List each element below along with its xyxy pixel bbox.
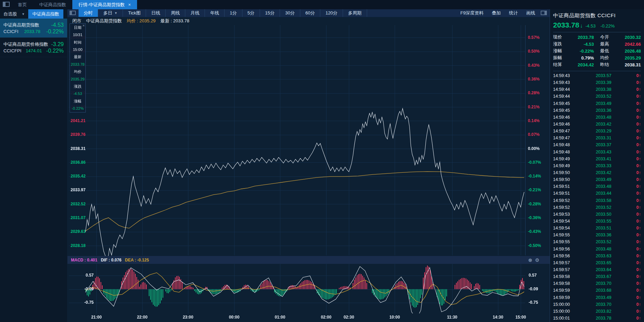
sidebar-toggle-icon[interactable] xyxy=(3,2,10,7)
tick-row[interactable]: 14:59:502033.420↑ xyxy=(553,169,641,176)
tick-row[interactable]: 14:59:452033.490↑ xyxy=(553,100,641,107)
panel-toggle-left-icon[interactable] xyxy=(70,11,76,15)
tick-list[interactable]: 14:59:432033.570↑14:59:432033.390↑14:59:… xyxy=(553,72,641,322)
tick-row[interactable]: 14:59:522033.520↑ xyxy=(553,204,641,211)
tick-row[interactable]: 14:59:512033.440↑ xyxy=(553,190,641,197)
up-arrow-icon: ↑ xyxy=(639,309,641,314)
tick-row[interactable]: 14:59:452033.360↑ xyxy=(553,107,641,114)
up-arrow-icon: ↑ xyxy=(639,87,641,92)
tick-row[interactable]: 14:59:562033.480↑ xyxy=(553,246,641,253)
tick-time: 14:59:57 xyxy=(553,260,576,265)
macd-axis-label-right: 0.57 xyxy=(529,273,537,278)
pct-axis-label-right: 0.28% xyxy=(528,90,540,95)
toolbar-button-5分[interactable]: 5分 xyxy=(242,9,260,17)
toolbar-button-30分[interactable]: 30分 xyxy=(280,9,300,17)
up-arrow-icon: ↑ xyxy=(639,108,641,113)
toolbar-button-F9深度资料[interactable]: F9深度资料 xyxy=(456,9,488,17)
panel-toggle-right-icon[interactable] xyxy=(541,11,547,15)
watchlist-dropdown-label: 自选股 xyxy=(3,11,17,17)
tick-row[interactable]: 14:59:482033.430↑ xyxy=(553,149,641,155)
toolbar-button-15分[interactable]: 15分 xyxy=(260,9,280,17)
toolbar-button-画线[interactable]: 画线 xyxy=(522,9,539,17)
toolbar-button-多周期[interactable]: 多周期 xyxy=(343,9,367,17)
tab-close-icon[interactable]: × xyxy=(128,2,131,7)
up-arrow-icon: ↑ xyxy=(639,226,641,230)
tick-row[interactable]: 14:59:592033.490↑ xyxy=(553,294,641,301)
toolbar-button-分时[interactable]: 分时 xyxy=(79,9,98,17)
tick-row[interactable]: 14:59:482033.370↑ xyxy=(553,141,641,148)
tick-volume: 0↑ xyxy=(631,177,641,182)
toolbar-button-label: 多日 xyxy=(103,10,112,16)
tick-time: 14:59:52 xyxy=(553,205,576,210)
tick-row[interactable]: 14:59:562033.630↑ xyxy=(553,253,641,259)
top-tab-0[interactable]: 首页 xyxy=(12,0,33,9)
toolbar-button-日线[interactable]: 日线 xyxy=(146,9,166,17)
tick-row[interactable]: 15:00:012033.780↑ xyxy=(553,315,641,322)
tick-row[interactable]: 14:59:542033.510↑ xyxy=(553,225,641,232)
tooltip-label: 最新 xyxy=(74,55,82,59)
tick-row[interactable]: 14:59:462033.480↑ xyxy=(553,114,641,121)
tick-row[interactable]: 14:59:512033.480↑ xyxy=(553,183,641,190)
tick-row[interactable]: 14:59:572033.650↑ xyxy=(553,259,641,266)
tick-price: 2033.70 xyxy=(576,281,631,286)
tick-row[interactable]: 14:59:532033.500↑ xyxy=(553,211,641,218)
tick-row[interactable]: 14:59:542033.550↑ xyxy=(553,218,641,225)
macd-axis-label-left: -0.75 xyxy=(82,300,94,305)
tick-price: 2033.37 xyxy=(576,142,631,147)
tick-row[interactable]: 14:59:572033.640↑ xyxy=(553,266,641,273)
top-tab-2[interactable]: 行情-中证商品期货指数× xyxy=(72,0,137,9)
list-item-CCICFPI[interactable]: 中证商品期货价格指数-3.29CCICFPI1474.01-0.22% xyxy=(0,38,67,57)
tick-price: 2033.49 xyxy=(576,101,631,106)
tick-price: 2033.29 xyxy=(576,129,631,133)
toolbar-button-周线[interactable]: 周线 xyxy=(166,9,185,17)
tick-row[interactable]: 14:59:582033.670↑ xyxy=(553,273,641,280)
instrument-pct: -0.22% xyxy=(46,28,64,35)
tick-row[interactable]: 14:59:492033.330↑ xyxy=(553,162,641,169)
toolbar-button-120分[interactable]: 120分 xyxy=(320,9,343,17)
toolbar-button-多日[interactable]: 多日▼ xyxy=(98,9,123,17)
tick-row[interactable]: 14:59:552033.520↑ xyxy=(553,238,641,245)
macd-close-icon[interactable]: ⊗ xyxy=(528,257,532,263)
toolbar-button-月线[interactable]: 月线 xyxy=(185,9,205,17)
tooltip-value: 10/31 xyxy=(73,33,83,37)
tick-row[interactable]: 14:59:592033.680↑ xyxy=(553,287,641,294)
macd-settings-gear-icon[interactable]: ⚙ xyxy=(535,257,539,263)
stat-label: 结算 xyxy=(553,62,567,68)
tooltip-close-icon[interactable]: × xyxy=(83,23,85,28)
tick-row[interactable]: 14:59:582033.700↑ xyxy=(553,280,641,287)
watchlist-dropdown[interactable]: 自选股 ▼ xyxy=(0,9,28,19)
tick-row[interactable]: 15:00:002033.700↑ xyxy=(553,301,641,308)
top-tab-1[interactable]: 中证商品指数 xyxy=(33,0,72,9)
tick-row[interactable]: 14:59:552033.360↑ xyxy=(553,232,641,238)
sidebar-tab-index-group[interactable]: 中证商品指数 xyxy=(28,9,63,19)
tick-row[interactable]: 14:59:432033.570↑ xyxy=(553,72,641,79)
toolbar-button-年线[interactable]: 年线 xyxy=(205,9,225,17)
tick-row[interactable]: 14:59:502033.490↑ xyxy=(553,176,641,183)
tick-price: 2033.52 xyxy=(576,205,631,210)
toolbar-button-1分[interactable]: 1分 xyxy=(225,9,242,17)
tick-price: 2033.36 xyxy=(576,108,631,113)
tick-volume: 0↑ xyxy=(631,226,641,230)
tooltip-value: 15:00 xyxy=(73,47,83,52)
tick-row[interactable]: 14:59:442033.520↑ xyxy=(553,93,641,100)
tick-row[interactable]: 14:59:472033.290↑ xyxy=(553,128,641,135)
toolbar-button-60分[interactable]: 60分 xyxy=(300,9,320,17)
toolbar-button-label: 30分 xyxy=(285,10,294,16)
instrument-price: 2033.78 xyxy=(18,28,46,35)
tick-row[interactable]: 14:59:492033.410↑ xyxy=(553,155,641,162)
list-item-CCICFI[interactable]: 中证商品期货指数-4.53CCICFI2033.78-0.22% xyxy=(0,19,67,38)
tick-row[interactable]: 14:59:442033.380↑ xyxy=(553,86,641,93)
tick-price: 2033.38 xyxy=(576,87,631,92)
tick-price: 2033.48 xyxy=(576,115,631,120)
tick-row[interactable]: 15:00:002033.820↑ xyxy=(553,308,641,315)
tick-row[interactable]: 14:59:522033.580↑ xyxy=(553,197,641,204)
tick-row[interactable]: 14:59:472033.310↑ xyxy=(553,135,641,141)
tick-row[interactable]: 14:59:462033.420↑ xyxy=(553,121,641,128)
toolbar-button-Tick图[interactable]: Tick图 xyxy=(123,9,146,17)
stat-value: 2026.48 xyxy=(614,49,641,54)
toolbar-button-统计[interactable]: 统计 xyxy=(505,9,522,17)
time-axis-label: 15:00 xyxy=(516,315,526,320)
toolbar-button-叠加[interactable]: 叠加 xyxy=(488,9,505,17)
period-buttons: 分时多日▼Tick图日线周线月线年线1分5分15分30分60分120分多周期 xyxy=(79,9,367,17)
tick-row[interactable]: 14:59:432033.390↑ xyxy=(553,79,641,86)
